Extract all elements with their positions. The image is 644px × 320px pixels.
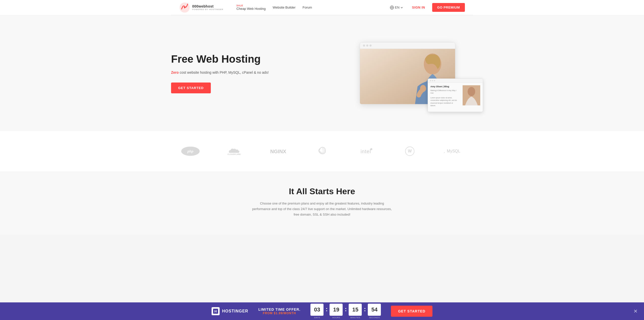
- globe-icon: [390, 6, 394, 10]
- banner-spacer: [0, 235, 644, 253]
- go-premium-button[interactable]: GO PREMIUM: [432, 3, 465, 12]
- nav-link-website-builder[interactable]: Website Builder: [270, 4, 299, 11]
- hero-inner: Free Web Hosting Zero cost website hosti…: [171, 42, 473, 104]
- svg-text:CLOUDFLARE: CLOUDFLARE: [228, 153, 241, 155]
- nav-link-forum[interactable]: Forum: [300, 4, 315, 11]
- navbar: 000webhost POWERED BY HOSTINGER SALE Che…: [171, 0, 473, 15]
- nav-link-cheap-hosting-label: Cheap Web Hosting: [236, 7, 266, 11]
- language-selector[interactable]: EN: [388, 4, 405, 11]
- intel-logo-icon: intel: [356, 146, 376, 156]
- small-mockup-title: Amy Olsen | Blog: [430, 85, 459, 88]
- language-label: EN: [395, 6, 399, 9]
- chevron-down-icon: [400, 6, 403, 9]
- svg-text:MySQL: MySQL: [447, 149, 460, 153]
- small-dot-1: [430, 80, 431, 81]
- hero-title: Free Web Hosting: [171, 53, 272, 65]
- small-mockup-body: Amy Olsen | Blog Making A Difference In …: [428, 83, 483, 112]
- hero-description: Zero cost website hosting with PHP, MySQ…: [171, 70, 272, 75]
- sign-in-button[interactable]: SIGN IN: [409, 4, 428, 11]
- logo-subtitle: POWERED BY HOSTINGER: [192, 8, 223, 11]
- browser-dot-2: [366, 45, 368, 47]
- mysql-logo-icon: MySQL: [444, 146, 464, 156]
- svg-point-15: [370, 148, 372, 150]
- small-dot-2: [432, 80, 433, 81]
- zero-highlight: Zero: [171, 70, 179, 74]
- svg-point-7: [420, 85, 426, 92]
- svg-text:intel: intel: [360, 149, 371, 154]
- brand-logo-icon: [179, 2, 190, 13]
- logo-text-block: 000webhost POWERED BY HOSTINGER: [192, 4, 223, 11]
- browser-dot-1: [363, 45, 365, 47]
- nav-links: SALE Cheap Web Hosting Website Builder F…: [233, 3, 388, 13]
- small-mockup-body-text: Lorem ipsum dolor sit amet, consectetur …: [430, 97, 459, 107]
- browser-dot-3: [370, 45, 372, 47]
- svg-point-1: [184, 7, 185, 8]
- sale-badge: SALE: [236, 5, 243, 7]
- logo-name: 000webhost: [192, 4, 223, 8]
- nav-link-website-builder-label: Website Builder: [273, 6, 296, 9]
- tech-logos-inner: php CLOUDFLARE NGINX: [171, 144, 473, 159]
- starts-title: It All Starts Here: [209, 186, 435, 196]
- tech-logo-cloudflare: CLOUDFLARE: [219, 144, 249, 159]
- wordpress-logo-icon: W: [400, 146, 420, 156]
- small-browser-window: Amy Olsen | Blog Making A Difference In …: [428, 78, 483, 112]
- tech-logo-varnish: [307, 144, 337, 159]
- small-dot-3: [434, 80, 435, 81]
- svg-text:php: php: [187, 149, 193, 153]
- starts-description: Choose one of the premium plans and enjo…: [252, 201, 392, 217]
- nginx-logo-icon: NGINX: [268, 146, 288, 156]
- hero-mockup: Amy Olsen | Blog Making A Difference In …: [342, 42, 473, 104]
- nav-link-forum-label: Forum: [303, 6, 312, 9]
- tech-logo-php: php: [175, 144, 206, 159]
- small-browser-bar: [428, 79, 483, 83]
- varnish-logo-icon: [312, 146, 332, 156]
- nav-link-cheap-hosting[interactable]: SALE Cheap Web Hosting: [233, 3, 269, 13]
- navbar-wrapper: 000webhost POWERED BY HOSTINGER SALE Che…: [0, 0, 644, 15]
- hero-section: Free Web Hosting Zero cost website hosti…: [0, 15, 644, 131]
- nav-actions: EN SIGN IN GO PREMIUM: [388, 3, 465, 12]
- small-mockup-subtitle: Making A Difference In Any Way I Can: [430, 89, 459, 95]
- browser-bar: [360, 43, 455, 49]
- tech-logo-wordpress: W: [395, 144, 425, 159]
- hero-get-started-button[interactable]: GET STARTED: [171, 83, 211, 93]
- cloudflare-logo-icon: CLOUDFLARE: [224, 146, 244, 156]
- hero-desc-suffix: cost website hosting with PHP, MySQL, cP…: [180, 70, 269, 74]
- hero-content: Free Web Hosting Zero cost website hosti…: [171, 53, 272, 93]
- php-logo-icon: php: [180, 146, 200, 156]
- logo-link[interactable]: 000webhost POWERED BY HOSTINGER: [179, 2, 223, 13]
- svg-text:NGINX: NGINX: [270, 149, 286, 154]
- svg-point-9: [468, 87, 475, 96]
- tech-logo-intel: intel: [351, 144, 381, 159]
- starts-inner: It All Starts Here Choose one of the pre…: [209, 186, 435, 217]
- tech-logo-nginx: NGINX: [263, 144, 293, 159]
- small-mockup-image: [463, 85, 480, 105]
- starts-section: It All Starts Here Choose one of the pre…: [0, 171, 644, 235]
- tech-logo-mysql: MySQL: [438, 144, 469, 159]
- tech-logos-section: php CLOUDFLARE NGINX: [0, 131, 644, 171]
- svg-text:W: W: [408, 149, 412, 153]
